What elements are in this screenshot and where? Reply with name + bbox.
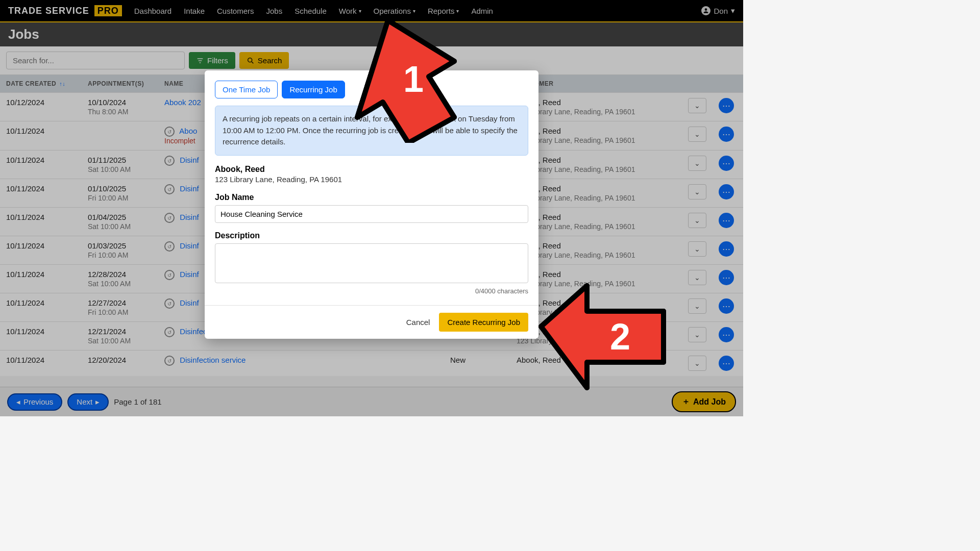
modal-customer-name: Abook, Reed (215, 165, 528, 174)
job-name-label: Job Name (215, 193, 528, 202)
char-count: 0/4000 characters (215, 287, 528, 295)
description-label: Description (215, 231, 528, 240)
job-name-input[interactable] (215, 205, 528, 223)
modal-footer: Cancel Create Recurring Job (205, 305, 538, 339)
modal-overlay[interactable]: One Time Job Recurring Job A recurring j… (0, 0, 743, 416)
create-job-modal: One Time Job Recurring Job A recurring j… (205, 70, 538, 339)
modal-customer-address: 123 Library Lane, Reading, PA 19601 (215, 175, 528, 184)
cancel-button[interactable]: Cancel (406, 318, 430, 327)
description-textarea[interactable] (215, 243, 528, 283)
create-recurring-job-button[interactable]: Create Recurring Job (439, 313, 528, 332)
tab-one-time-job[interactable]: One Time Job (215, 81, 278, 98)
recurring-info-box: A recurring job repeats on a certain int… (215, 106, 528, 156)
tab-recurring-job[interactable]: Recurring Job (282, 81, 345, 98)
job-type-tabs: One Time Job Recurring Job (215, 81, 528, 98)
